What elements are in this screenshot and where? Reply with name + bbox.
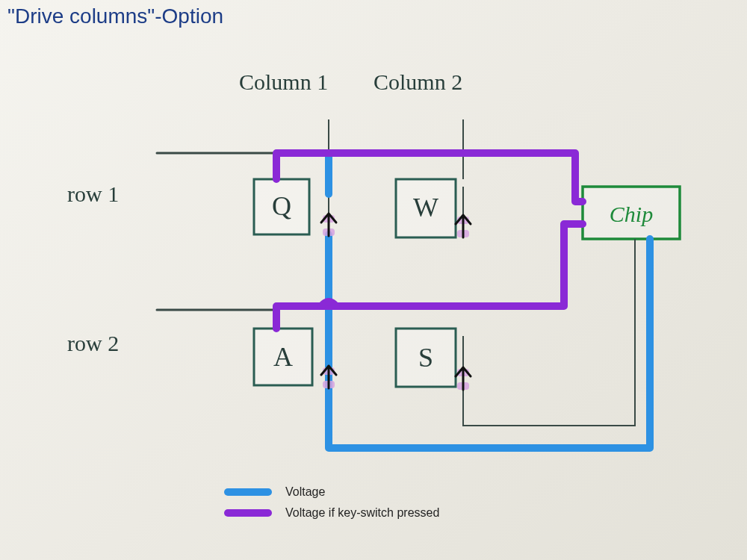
diode-w — [456, 215, 471, 237]
legend-pressed-swatch — [224, 509, 272, 517]
key-q-label: Q — [272, 191, 291, 221]
legend-pressed-row: Voltage if key-switch pressed — [224, 506, 439, 520]
legend-voltage-swatch — [224, 488, 272, 496]
legend: Voltage Voltage if key-switch pressed — [224, 485, 439, 527]
column-1-label: Column 1 — [239, 69, 328, 94]
matrix-diagram: Column 1 Column 2 row 1 row 2 Q W A S Ch… — [0, 0, 747, 560]
legend-voltage-label: Voltage — [285, 485, 325, 499]
row-2-label: row 2 — [67, 331, 119, 355]
column-2-label: Column 2 — [374, 69, 462, 94]
row2-wire-left — [157, 310, 276, 329]
legend-voltage-row: Voltage — [224, 485, 439, 499]
col2-return-wire — [463, 239, 635, 426]
pressed-path-row2 — [276, 224, 583, 329]
key-a-label: A — [273, 342, 293, 372]
diode-a — [321, 366, 336, 388]
key-w-label: W — [413, 193, 438, 223]
row-1-label: row 1 — [67, 181, 119, 206]
row1-wire-left — [157, 153, 276, 179]
diode-s — [456, 367, 471, 390]
key-s-label: S — [418, 343, 433, 373]
legend-pressed-label: Voltage if key-switch pressed — [285, 506, 439, 520]
chip-label: Chip — [610, 202, 653, 226]
diode-q — [321, 214, 336, 236]
